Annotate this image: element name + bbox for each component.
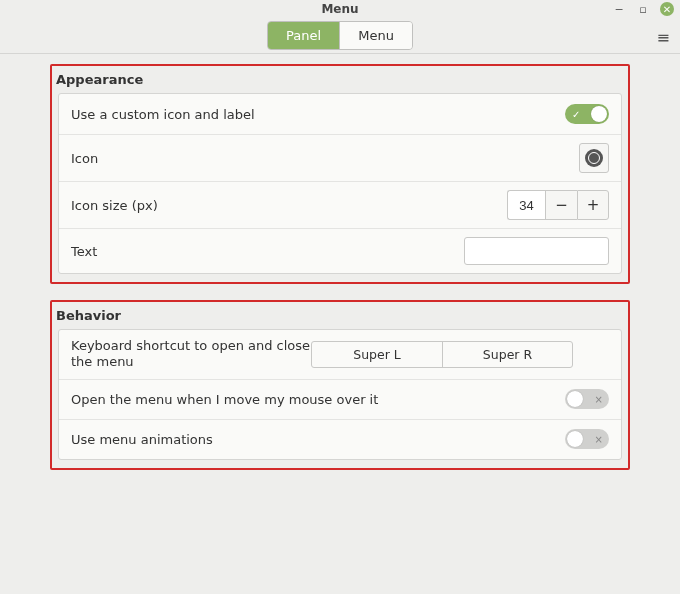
text-label: Text xyxy=(71,244,464,259)
behavior-list: Keyboard shortcut to open and close the … xyxy=(58,329,622,460)
window-controls: ─ ▫ ✕ xyxy=(612,2,674,16)
hover-label: Open the menu when I move my mouse over … xyxy=(71,392,565,407)
row-icon-size: Icon size (px) − + xyxy=(59,181,621,228)
toggle-knob xyxy=(567,431,583,447)
animations-label: Use menu animations xyxy=(71,432,565,447)
shortcut-buttons: Super L Super R xyxy=(311,341,573,368)
custom-icon-toggle[interactable]: ✓ xyxy=(565,104,609,124)
x-icon: × xyxy=(595,434,603,445)
shortcut-super-r[interactable]: Super R xyxy=(442,342,572,367)
text-input[interactable] xyxy=(464,237,609,265)
icon-size-decrement[interactable]: − xyxy=(545,190,577,220)
shortcut-super-l[interactable]: Super L xyxy=(312,342,442,367)
row-animations: Use menu animations × xyxy=(59,419,621,459)
titlebar: Menu ─ ▫ ✕ xyxy=(0,0,680,18)
row-shortcut: Keyboard shortcut to open and close the … xyxy=(59,330,621,379)
tab-menu[interactable]: Menu xyxy=(339,22,412,49)
row-open-on-hover: Open the menu when I move my mouse over … xyxy=(59,379,621,419)
check-icon: ✓ xyxy=(572,109,580,120)
maximize-button[interactable]: ▫ xyxy=(636,2,650,16)
hover-toggle[interactable]: × xyxy=(565,389,609,409)
animations-toggle[interactable]: × xyxy=(565,429,609,449)
minimize-button[interactable]: ─ xyxy=(612,2,626,16)
tab-panel[interactable]: Panel xyxy=(268,22,339,49)
custom-icon-label-text: Use a custom icon and label xyxy=(71,107,565,122)
behavior-heading: Behavior xyxy=(52,302,628,329)
row-custom-icon-label: Use a custom icon and label ✓ xyxy=(59,94,621,134)
shortcut-label: Keyboard shortcut to open and close the … xyxy=(71,338,311,371)
icon-size-label: Icon size (px) xyxy=(71,198,507,213)
icon-chooser-button[interactable] xyxy=(579,143,609,173)
tab-bar: Panel Menu ≡ xyxy=(0,18,680,54)
icon-size-increment[interactable]: + xyxy=(577,190,609,220)
content-area: Appearance Use a custom icon and label ✓… xyxy=(0,54,680,496)
window-title: Menu xyxy=(321,2,358,16)
row-text: Text xyxy=(59,228,621,273)
tab-group: Panel Menu xyxy=(267,21,413,50)
x-icon: × xyxy=(595,394,603,405)
appearance-list: Use a custom icon and label ✓ Icon I xyxy=(58,93,622,274)
close-icon: ✕ xyxy=(663,4,671,15)
toggle-knob xyxy=(591,106,607,122)
toggle-knob xyxy=(567,391,583,407)
appearance-group: Appearance Use a custom icon and label ✓… xyxy=(50,64,630,284)
behavior-group: Behavior Keyboard shortcut to open and c… xyxy=(50,300,630,470)
close-button[interactable]: ✕ xyxy=(660,2,674,16)
row-icon: Icon xyxy=(59,134,621,181)
icon-size-input[interactable] xyxy=(507,190,545,220)
icon-label: Icon xyxy=(71,151,579,166)
appearance-heading: Appearance xyxy=(52,66,628,93)
mint-logo-icon xyxy=(585,149,603,167)
hamburger-menu-icon[interactable]: ≡ xyxy=(657,28,670,47)
icon-size-stepper: − + xyxy=(507,190,609,220)
